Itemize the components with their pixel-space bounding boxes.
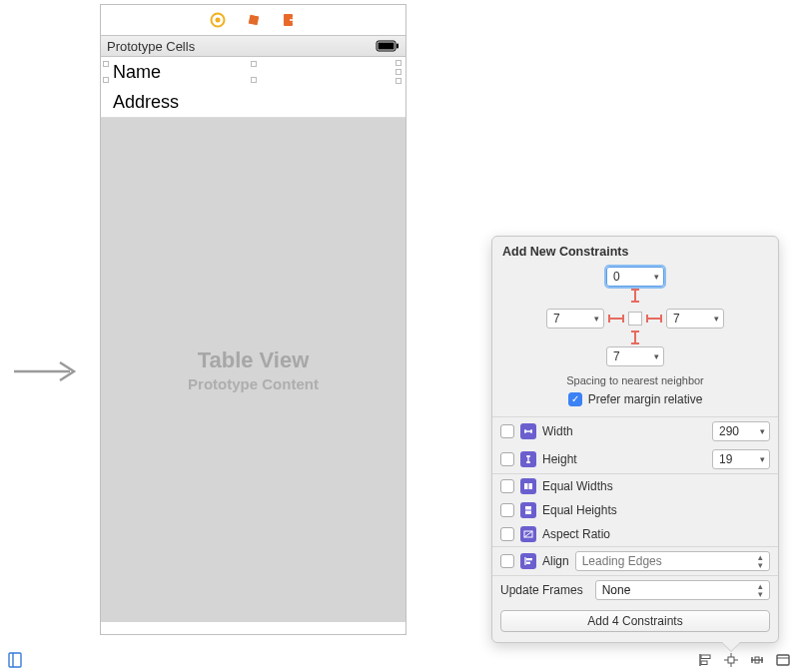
battery-icon: [376, 40, 400, 52]
right-spacing-field[interactable]: 7▾: [666, 309, 724, 329]
add-constraints-popover: Add New Constraints 0▾ 7▾ 7▾ 7▾ Spacing …: [491, 236, 779, 643]
height-field[interactable]: 19▾: [712, 449, 770, 469]
height-label: Height: [542, 452, 577, 466]
svg-rect-8: [397, 44, 399, 49]
resize-handles-left[interactable]: [103, 61, 109, 83]
bottom-spacing-value: 7: [613, 349, 620, 363]
prototype-cells-label: Prototype Cells: [107, 39, 195, 54]
svg-rect-23: [728, 657, 734, 663]
caret-down-icon: ▾: [760, 426, 765, 436]
resolve-issues-icon[interactable]: [749, 652, 765, 668]
svg-point-2: [215, 18, 220, 23]
width-checkbox[interactable]: [500, 424, 514, 438]
svg-rect-9: [524, 483, 528, 489]
top-strut-icon[interactable]: [634, 289, 636, 303]
prototype-cells-header: Prototype Cells: [101, 35, 405, 57]
left-spacing-value: 7: [553, 312, 560, 326]
svg-line-14: [524, 531, 532, 537]
cell-label-address[interactable]: Address: [101, 87, 405, 117]
cell-text-name: Name: [113, 62, 161, 83]
spacing-controls: 0▾ 7▾ 7▾ 7▾ Spacing to nearest neighbor …: [492, 265, 778, 416]
top-spacing-field[interactable]: 0▾: [606, 267, 664, 287]
table-view-placeholder[interactable]: Table View Prototype Content: [101, 117, 405, 622]
caret-down-icon: ▾: [714, 314, 719, 324]
equal-heights-checkbox[interactable]: [500, 503, 514, 517]
popover-title: Add New Constraints: [492, 237, 778, 265]
svg-rect-18: [9, 653, 21, 667]
svg-rect-32: [777, 655, 789, 665]
add-constraints-button[interactable]: Add 4 Constraints: [500, 610, 770, 632]
equal-heights-label: Equal Heights: [542, 503, 617, 517]
caret-down-icon: ▾: [594, 314, 599, 324]
svg-rect-7: [379, 43, 395, 50]
prefer-margin-label: Prefer margin relative: [588, 392, 703, 406]
align-value: Leading Edges: [582, 554, 662, 568]
bottom-spacing-field[interactable]: 7▾: [606, 346, 664, 366]
svg-rect-12: [525, 511, 531, 515]
placeholder-title: Table View: [198, 347, 310, 373]
prototype-cell[interactable]: Name Address: [101, 57, 405, 117]
storyboard-canvas[interactable]: Prototype Cells Name Address Table View …: [100, 4, 406, 635]
svg-rect-10: [529, 483, 533, 489]
aspect-ratio-icon: [520, 526, 536, 542]
right-spacing-value: 7: [673, 312, 680, 326]
equal-widths-label: Equal Widths: [542, 479, 613, 493]
update-frames-select[interactable]: None ▴▾: [595, 580, 770, 600]
prefer-margin-checkbox[interactable]: ✓: [568, 392, 582, 406]
right-strut-icon[interactable]: [646, 318, 662, 320]
update-frames-value: None: [602, 583, 631, 597]
equal-heights-icon: [520, 502, 536, 518]
caret-down-icon: ▾: [654, 351, 659, 361]
first-responder-icon[interactable]: [245, 11, 263, 29]
caret-down-icon: ▾: [654, 272, 659, 282]
pin-tool-icon[interactable]: [723, 652, 739, 668]
height-icon: [520, 451, 536, 467]
updown-icon: ▴▾: [758, 553, 763, 569]
document-outline-toggle-icon[interactable]: [8, 652, 22, 668]
equal-widths-icon: [520, 478, 536, 494]
constraint-center-box: [628, 312, 642, 326]
align-label: Align: [542, 554, 569, 568]
aspect-ratio-label: Aspect Ratio: [542, 527, 610, 541]
embed-in-icon[interactable]: [775, 652, 791, 668]
equal-widths-checkbox[interactable]: [500, 479, 514, 493]
caret-down-icon: ▾: [760, 454, 765, 464]
width-label: Width: [542, 424, 573, 438]
align-checkbox[interactable]: [500, 554, 514, 568]
left-strut-icon[interactable]: [608, 318, 624, 320]
pointer-arrow: [12, 359, 80, 389]
view-controller-icon[interactable]: [209, 11, 227, 29]
align-tool-icon[interactable]: [697, 652, 713, 668]
bottom-strut-icon[interactable]: [634, 331, 636, 344]
svg-rect-22: [701, 661, 707, 665]
exit-icon[interactable]: [281, 11, 299, 29]
update-frames-label: Update Frames: [500, 583, 583, 597]
top-spacing-value: 0: [613, 270, 620, 284]
width-icon: [520, 423, 536, 439]
placeholder-subtitle: Prototype Content: [188, 375, 319, 392]
svg-rect-11: [525, 506, 531, 510]
resize-handles-right[interactable]: [396, 60, 401, 84]
svg-rect-21: [701, 655, 710, 659]
width-value: 290: [719, 424, 739, 438]
svg-rect-16: [526, 558, 532, 560]
cell-text-address: Address: [113, 92, 179, 113]
width-field[interactable]: 290▾: [712, 421, 770, 441]
left-spacing-field[interactable]: 7▾: [546, 309, 604, 329]
resize-handles-mid[interactable]: [251, 61, 257, 83]
updown-icon: ▴▾: [758, 582, 763, 598]
add-constraints-button-label: Add 4 Constraints: [587, 614, 682, 628]
height-checkbox[interactable]: [500, 452, 514, 466]
cell-label-name[interactable]: Name: [101, 57, 405, 87]
align-icon: [520, 553, 536, 569]
align-select[interactable]: Leading Edges ▴▾: [575, 551, 770, 571]
layout-toolbar: [697, 652, 791, 668]
aspect-ratio-checkbox[interactable]: [500, 527, 514, 541]
height-value: 19: [719, 452, 732, 466]
svg-rect-17: [526, 562, 530, 564]
spacing-hint: Spacing to nearest neighbor: [566, 374, 704, 386]
scene-toolbar: [101, 5, 405, 35]
